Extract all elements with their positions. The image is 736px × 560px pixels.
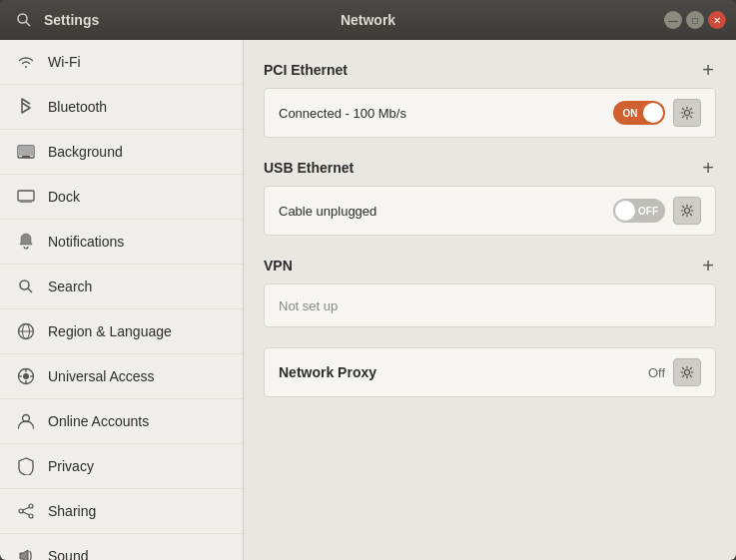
- svg-rect-6: [20, 200, 32, 203]
- universal-access-icon: [16, 366, 36, 386]
- minimize-button[interactable]: —: [664, 11, 682, 29]
- bluetooth-icon: [16, 97, 36, 117]
- vpn-card: Not set up: [264, 283, 716, 327]
- vpn-status: Not set up: [279, 298, 338, 313]
- svg-line-23: [23, 512, 29, 515]
- usb-ethernet-add-button[interactable]: +: [700, 158, 716, 178]
- usb-ethernet-card: Cable unplugged OFF: [264, 186, 716, 236]
- sidebar-item-region[interactable]: Region & Language: [0, 309, 243, 354]
- vpn-header: VPN +: [264, 256, 716, 276]
- usb-ethernet-toggle[interactable]: OFF: [613, 199, 665, 223]
- usb-ethernet-controls: OFF: [613, 197, 701, 225]
- svg-point-28: [685, 370, 690, 375]
- titlebar-settings-label: Settings: [44, 12, 99, 28]
- sidebar-item-notifications[interactable]: Notifications: [0, 220, 243, 265]
- vpn-add-button[interactable]: +: [700, 256, 716, 276]
- sidebar-item-background[interactable]: Background: [0, 130, 243, 175]
- sidebar-item-sound[interactable]: Sound: [0, 534, 243, 560]
- vpn-title: VPN: [264, 258, 293, 274]
- sidebar-item-privacy[interactable]: Privacy: [0, 444, 243, 489]
- sidebar-item-universal-access[interactable]: Universal Access: [0, 354, 243, 399]
- main-content-area: Wi-Fi Bluetooth Backgrou: [0, 40, 736, 560]
- sidebar-label-bluetooth: Bluetooth: [48, 99, 107, 115]
- maximize-button[interactable]: □: [686, 11, 704, 29]
- vpn-section: VPN + Not set up: [264, 256, 716, 327]
- network-proxy-status: Off: [648, 365, 665, 380]
- sidebar-label-privacy: Privacy: [48, 458, 94, 474]
- usb-ethernet-toggle-knob: [615, 201, 635, 221]
- sidebar-label-sharing: Sharing: [48, 503, 96, 519]
- search-icon: [16, 277, 36, 296]
- usb-ethernet-header: USB Ethernet +: [264, 158, 716, 178]
- window-controls: — □ ✕: [664, 11, 726, 29]
- svg-line-1: [26, 22, 30, 26]
- pci-ethernet-gear-button[interactable]: [673, 99, 701, 127]
- svg-line-22: [23, 507, 29, 510]
- sound-icon: [16, 546, 36, 560]
- sidebar: Wi-Fi Bluetooth Backgrou: [0, 40, 244, 560]
- wifi-icon: [16, 52, 36, 72]
- sidebar-item-bluetooth[interactable]: Bluetooth: [0, 85, 243, 130]
- pci-ethernet-toggle[interactable]: ON: [613, 101, 665, 125]
- background-icon: [16, 142, 36, 162]
- region-icon: [16, 321, 36, 341]
- usb-ethernet-status: Cable unplugged: [279, 204, 376, 219]
- sidebar-label-online-accounts: Online Accounts: [48, 413, 149, 429]
- network-settings-panel: PCI Ethernet + Connected - 100 Mb/s ON: [244, 40, 736, 560]
- svg-point-0: [18, 14, 27, 23]
- usb-ethernet-section: USB Ethernet + Cable unplugged OFF: [264, 158, 716, 236]
- sidebar-label-background: Background: [48, 144, 123, 160]
- usb-ethernet-gear-button[interactable]: [673, 197, 701, 225]
- pci-ethernet-controls: ON: [613, 99, 701, 127]
- online-accounts-icon: [16, 411, 36, 431]
- network-proxy-gear-button[interactable]: [673, 358, 701, 386]
- privacy-icon: [16, 456, 36, 476]
- svg-rect-5: [18, 191, 34, 201]
- svg-point-19: [29, 504, 33, 508]
- sidebar-item-wifi[interactable]: Wi-Fi: [0, 40, 243, 85]
- sharing-icon: [16, 501, 36, 521]
- svg-point-13: [23, 373, 29, 379]
- sidebar-label-search: Search: [48, 279, 92, 294]
- pci-ethernet-section: PCI Ethernet + Connected - 100 Mb/s ON: [264, 60, 716, 138]
- network-proxy-section: Network Proxy Off: [264, 347, 716, 397]
- network-proxy-label: Network Proxy: [279, 364, 376, 380]
- sidebar-item-sharing[interactable]: Sharing: [0, 489, 243, 534]
- network-proxy-card[interactable]: Network Proxy Off: [264, 347, 716, 397]
- pci-ethernet-title: PCI Ethernet: [264, 62, 348, 78]
- svg-line-8: [28, 288, 32, 292]
- sidebar-item-search[interactable]: Search: [0, 265, 243, 309]
- usb-ethernet-title: USB Ethernet: [264, 160, 354, 176]
- titlebar-page-title: Network: [341, 12, 395, 28]
- pci-ethernet-status: Connected - 100 Mb/s: [279, 106, 406, 121]
- svg-point-27: [685, 209, 690, 214]
- svg-rect-3: [18, 146, 34, 156]
- sidebar-label-universal-access: Universal Access: [48, 368, 155, 384]
- dock-icon: [16, 187, 36, 207]
- sidebar-label-sound: Sound: [48, 548, 88, 560]
- titlebar-left: Settings: [10, 6, 99, 34]
- svg-point-20: [29, 514, 33, 518]
- svg-point-7: [20, 280, 29, 289]
- sidebar-label-notifications: Notifications: [48, 234, 124, 250]
- sidebar-label-wifi: Wi-Fi: [48, 54, 81, 70]
- sidebar-item-dock[interactable]: Dock: [0, 175, 243, 220]
- svg-rect-4: [22, 156, 30, 158]
- pci-ethernet-add-button[interactable]: +: [700, 60, 716, 80]
- sidebar-label-dock: Dock: [48, 189, 80, 205]
- pci-ethernet-header: PCI Ethernet +: [264, 60, 716, 80]
- network-proxy-controls: Off: [648, 358, 701, 386]
- notifications-icon: [16, 232, 36, 252]
- close-button[interactable]: ✕: [708, 11, 726, 29]
- search-icon-btn[interactable]: [10, 6, 38, 34]
- sidebar-item-online-accounts[interactable]: Online Accounts: [0, 399, 243, 444]
- sidebar-label-region: Region & Language: [48, 323, 172, 339]
- svg-point-21: [19, 509, 23, 513]
- titlebar: Settings Network — □ ✕: [0, 0, 736, 40]
- svg-point-26: [685, 111, 690, 116]
- pci-ethernet-card: Connected - 100 Mb/s ON: [264, 88, 716, 138]
- pci-ethernet-toggle-knob: [643, 103, 663, 123]
